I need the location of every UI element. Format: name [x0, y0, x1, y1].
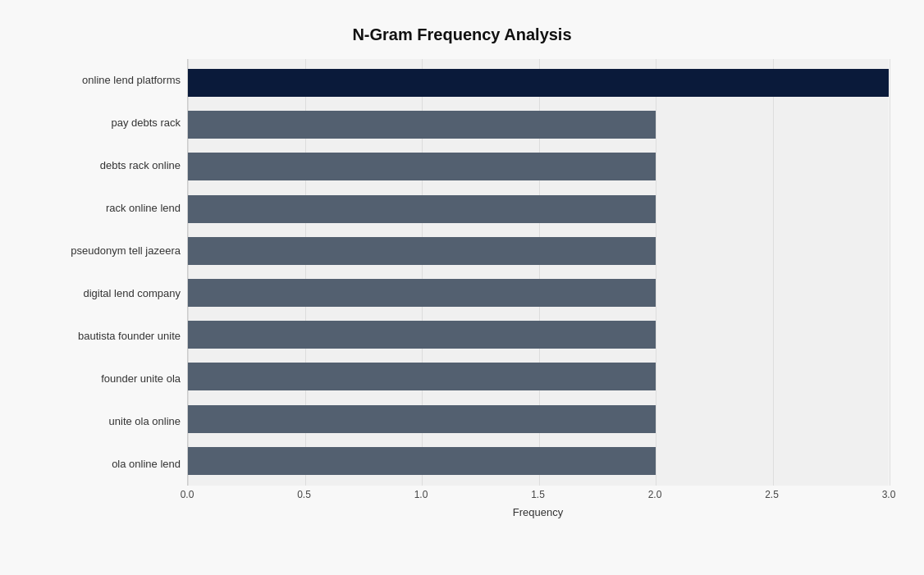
- bar-row: [188, 66, 889, 100]
- bar-row: [188, 107, 889, 142]
- bar-row: [188, 402, 889, 436]
- bar: [188, 237, 656, 265]
- bar: [188, 279, 656, 307]
- x-tick: 1.5: [531, 489, 545, 500]
- y-label: unite ola online: [109, 400, 181, 443]
- grid-and-bars: online lend platformspay debts rackdebts…: [35, 59, 889, 486]
- bar-row: [188, 149, 889, 184]
- x-tick: 2.0: [648, 489, 662, 500]
- chart-area: online lend platformspay debts rackdebts…: [35, 59, 889, 518]
- bar: [188, 111, 656, 139]
- bar-row: [188, 317, 889, 352]
- bar: [188, 363, 656, 390]
- bar: [188, 69, 889, 97]
- y-label: bautista founder unite: [78, 315, 181, 358]
- bar-row: [188, 444, 889, 478]
- x-axis-container: 0.00.51.01.52.02.53.0: [187, 486, 889, 486]
- y-label: pseudonym tell jazeera: [71, 230, 181, 272]
- x-tick: 2.5: [765, 489, 779, 500]
- y-label: ola online lend: [112, 443, 181, 486]
- y-label: online lend platforms: [82, 59, 181, 102]
- grid-line: [890, 59, 890, 486]
- bar: [188, 447, 656, 475]
- bar: [188, 405, 656, 433]
- y-label: debts rack online: [100, 144, 181, 187]
- bars-section: [187, 59, 889, 486]
- y-label: digital lend company: [83, 272, 181, 315]
- bar: [188, 153, 656, 180]
- bar: [188, 195, 656, 223]
- x-tick: 0.0: [181, 489, 194, 500]
- x-tick: 1.0: [414, 489, 428, 500]
- bar-row: [188, 234, 889, 268]
- x-axis-label: Frequency: [187, 506, 889, 518]
- bar-row: [188, 276, 889, 310]
- y-labels: online lend platformspay debts rackdebts…: [35, 59, 187, 486]
- x-tick: 0.5: [297, 489, 311, 500]
- x-tick: 3.0: [882, 489, 896, 500]
- bar: [188, 321, 656, 349]
- chart-title: N-Gram Frequency Analysis: [35, 25, 889, 44]
- y-label: rack online lend: [106, 187, 181, 230]
- chart-container: N-Gram Frequency Analysis online lend pl…: [11, 9, 913, 567]
- bar-row: [188, 192, 889, 226]
- y-label: pay debts rack: [111, 102, 181, 144]
- bar-row: [188, 359, 889, 394]
- y-label: founder unite ola: [101, 358, 181, 400]
